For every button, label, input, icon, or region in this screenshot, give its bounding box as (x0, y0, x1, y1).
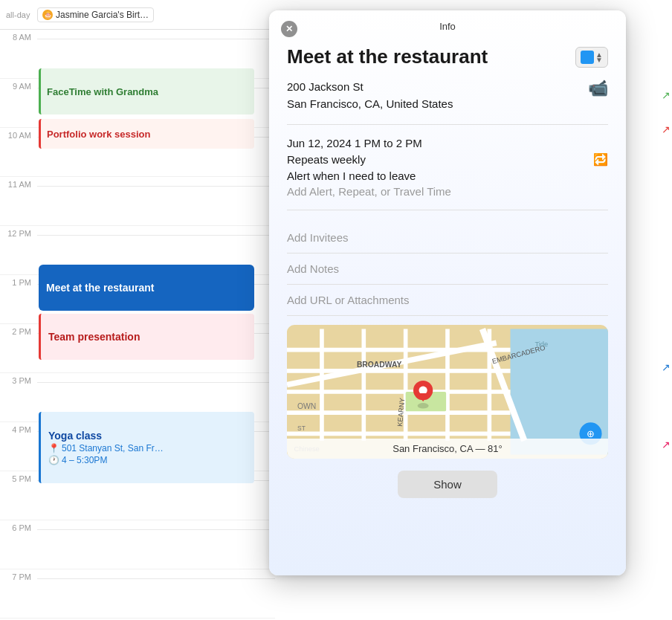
location-row: 200 Jackson St San Francisco, CA, United… (287, 79, 608, 125)
time-label-1pm: 1 PM (0, 275, 37, 287)
svg-point-20 (418, 403, 429, 409)
repeat-text: Repeats weekly (287, 153, 366, 166)
time-label-6pm: 6 PM (0, 520, 37, 532)
event-restaurant-title: Meet at the restaurant (46, 282, 154, 294)
close-button[interactable]: ✕ (281, 21, 297, 37)
repeat-icon: 🔁 (593, 152, 608, 167)
time-label-7pm: 7 PM (0, 569, 37, 581)
birthday-icon: 🎂 (42, 10, 53, 20)
time-slot-6pm: 6 PM (0, 520, 275, 569)
event-portfolio-title: Portfolio work session (47, 129, 150, 140)
location-line2: San Francisco, CA, United States (287, 96, 453, 113)
calendar-color-swatch (581, 51, 594, 64)
map-label: San Francisco, CA — 81° (287, 439, 608, 459)
add-notes[interactable]: Add Notes (287, 254, 608, 285)
time-label-5pm: 5 PM (0, 471, 37, 483)
time-label-9am: 9 AM (0, 79, 37, 91)
event-restaurant[interactable]: Meet at the restaurant (39, 265, 254, 311)
event-portfolio[interactable]: Portfolio work session (39, 119, 254, 149)
chevron-updown-icon: ▲ ▼ (595, 52, 603, 62)
event-team-title: Team presentation (48, 331, 140, 343)
location-pin-icon: 📍 (48, 443, 59, 453)
event-facetime-title: FaceTime with Grandma (47, 86, 158, 97)
repeat-row: Repeats weekly 🔁 (287, 152, 608, 167)
popup-header: ✕ Info (269, 10, 626, 39)
event-yoga-address: 📍 501 Stanyan St, San Fr… (48, 443, 247, 453)
time-label-4pm: 4 PM (0, 422, 37, 434)
event-yoga-title: Yoga class (48, 430, 247, 442)
map-container[interactable]: BROADWAY EMBARCADERO KEARNY OWN ST Tide (287, 325, 608, 459)
time-slot-11am: 11 AM (0, 177, 275, 226)
event-yoga[interactable]: Yoga class 📍 501 Stanyan St, San Fr… 🕐 4… (39, 412, 254, 483)
popup-content: Meet at the restaurant ▲ ▼ 200 Jackson S… (269, 39, 626, 513)
event-yoga-time: 🕐 4 – 5:30PM (48, 455, 247, 465)
popup-title: Info (439, 21, 456, 32)
svg-text:BROADWAY: BROADWAY (357, 361, 402, 369)
datetime-section: Jun 12, 2024 1 PM to 2 PM Repeats weekly… (287, 137, 608, 210)
video-camera-icon: 📹 (588, 79, 608, 98)
location-line1: 200 Jackson St (287, 79, 453, 96)
alert-text: Alert when I need to leave (287, 169, 608, 182)
info-popup: ✕ Info Meet at the restaurant ▲ ▼ 200 Ja… (269, 10, 626, 575)
share-icon-yoga: ↗ (662, 439, 671, 451)
datetime-text: Jun 12, 2024 1 PM to 2 PM (287, 137, 608, 149)
time-label-10am: 10 AM (0, 128, 37, 140)
svg-text:OWN: OWN (297, 402, 316, 410)
time-label-12pm: 12 PM (0, 226, 37, 238)
event-main-title: Meet at the restaurant (287, 45, 575, 68)
time-slot-7pm: 7 PM (0, 569, 275, 619)
event-title-row: Meet at the restaurant ▲ ▼ (287, 45, 608, 68)
allday-label: all-day (0, 10, 37, 19)
calendar-color-button[interactable]: ▲ ▼ (575, 47, 608, 68)
time-label-2pm: 2 PM (0, 324, 37, 336)
add-url[interactable]: Add URL or Attachments (287, 285, 608, 316)
svg-text:Tide: Tide (534, 340, 548, 348)
event-team[interactable]: Team presentation (39, 314, 254, 360)
share-icon-portfolio: ↗ (662, 123, 671, 135)
allday-event-title: Jasmine Garcia's Birt… (56, 10, 149, 20)
time-label-8am: 8 AM (0, 30, 37, 42)
time-label-11am: 11 AM (0, 177, 37, 189)
close-icon: ✕ (285, 24, 293, 34)
add-invitees[interactable]: Add Invitees (287, 222, 608, 254)
allday-row: all-day 🎂 Jasmine Garcia's Birt… (0, 0, 275, 30)
svg-text:⊕: ⊕ (587, 428, 595, 439)
show-button[interactable]: Show (398, 471, 497, 498)
event-facetime[interactable]: FaceTime with Grandma (39, 68, 254, 114)
add-alert-text[interactable]: Add Alert, Repeat, or Travel Time (287, 185, 608, 210)
svg-text:ST: ST (297, 424, 306, 432)
allday-event[interactable]: 🎂 Jasmine Garcia's Birt… (37, 7, 154, 22)
time-label-3pm: 3 PM (0, 373, 37, 385)
share-icon-facetime: ↗ (662, 89, 671, 101)
share-icon-team: ↗ (662, 361, 671, 373)
clock-icon: 🕐 (48, 455, 59, 465)
location-text: 200 Jackson St San Francisco, CA, United… (287, 79, 453, 112)
